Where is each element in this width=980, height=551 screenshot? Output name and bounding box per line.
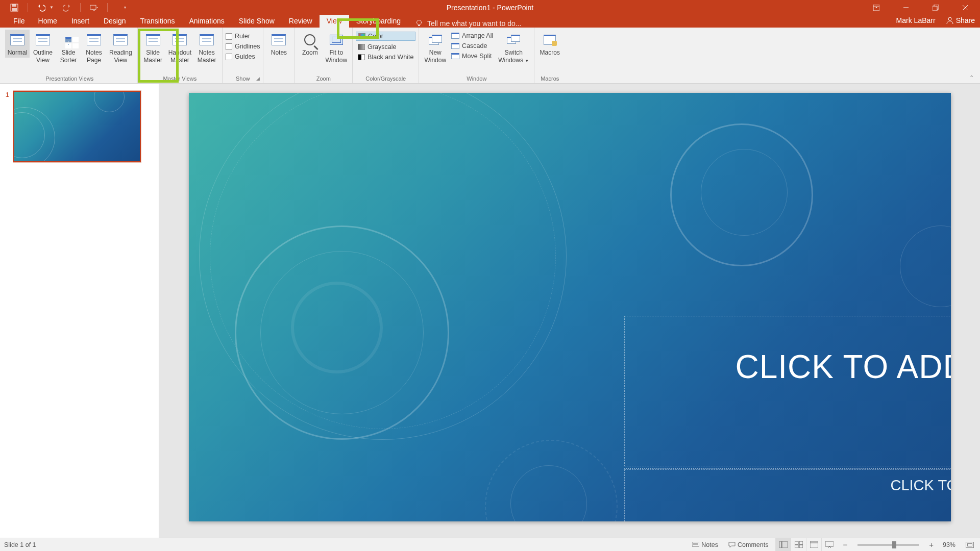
fit-to-window-button[interactable]: Fit to Window [323, 30, 349, 65]
notes-icon [692, 542, 699, 548]
tab-animations[interactable]: Animations [182, 15, 231, 28]
close-button[interactable] [950, 0, 980, 15]
zoom-out-button[interactable]: − [841, 540, 849, 549]
tab-file[interactable]: File [7, 15, 31, 28]
tab-home[interactable]: Home [31, 15, 64, 28]
group-notes: Notes [263, 28, 295, 83]
tab-insert[interactable]: Insert [64, 15, 96, 28]
tab-review[interactable]: Review [282, 15, 320, 28]
minimize-button[interactable] [891, 0, 921, 15]
tab-transitions[interactable]: Transitions [133, 15, 182, 28]
svg-rect-4 [873, 5, 879, 11]
group-label: Presentation Views [5, 74, 134, 83]
reading-view-icon[interactable] [806, 538, 821, 552]
notes-button[interactable]: Notes [266, 30, 291, 58]
undo-icon[interactable] [37, 4, 45, 12]
tab-slideshow[interactable]: Slide Show [232, 15, 282, 28]
slide-master-button[interactable]: Slide Master [141, 30, 165, 65]
group-label: Show◢ [226, 74, 260, 83]
ribbon: Normal Outline View Slide Sorter Notes P… [0, 28, 980, 84]
title-placeholder[interactable]: CLICK TO ADD TITLE [624, 316, 951, 466]
workspace: 1 CLICK TO ADD TITLE CLICK [0, 84, 980, 538]
group-label: Color/Grayscale [356, 74, 415, 83]
redo-icon[interactable] [63, 4, 71, 12]
group-zoom: Zoom Fit to Window Zoom [295, 28, 353, 83]
zoom-slider[interactable] [857, 544, 919, 546]
ruler-checkbox[interactable]: Ruler [226, 33, 260, 40]
svg-rect-14 [799, 545, 803, 548]
svg-rect-13 [795, 545, 798, 548]
restore-button[interactable] [921, 0, 950, 15]
handout-master-button[interactable]: Handout Master [166, 30, 193, 65]
group-color-grayscale: Color Grayscale Black and White Color/Gr… [353, 28, 419, 83]
tab-storyboarding[interactable]: Storyboarding [349, 15, 408, 28]
tell-me-placeholder: Tell me what you want to do... [427, 19, 521, 28]
black-and-white-button[interactable]: Black and White [356, 53, 415, 61]
new-window-button[interactable]: New Window [422, 30, 448, 65]
slide-thumbnail-1[interactable] [13, 91, 141, 162]
comments-toggle[interactable]: Comments [725, 541, 771, 548]
svg-rect-1 [12, 4, 16, 7]
outline-view-button[interactable]: Outline View [31, 30, 55, 65]
normal-view-icon[interactable] [775, 538, 791, 552]
cascade-button[interactable]: Cascade [449, 42, 495, 50]
notes-toggle[interactable]: Notes [689, 541, 721, 548]
slide-sorter-button[interactable]: Slide Sorter [56, 30, 81, 65]
zoom-button[interactable]: Zoom [298, 30, 322, 58]
share-button[interactable]: Share [946, 16, 975, 24]
qat-customize-icon[interactable]: ▾ [124, 5, 126, 10]
group-window: New Window Arrange All Cascade Move Spli… [419, 28, 534, 83]
notes-master-button[interactable]: Notes Master [194, 30, 219, 65]
svg-rect-12 [799, 541, 803, 544]
undo-dropdown-icon[interactable]: ▼ [50, 5, 54, 10]
chevron-down-icon: ▼ [525, 59, 529, 63]
normal-view-button[interactable]: Normal [5, 30, 30, 58]
comments-icon [728, 542, 736, 548]
group-label: Window [422, 74, 531, 83]
ribbon-display-options-icon[interactable] [862, 0, 891, 15]
reading-view-button[interactable]: Reading View [107, 30, 134, 65]
move-split-button[interactable]: Move Split [449, 52, 495, 60]
lightbulb-icon [415, 19, 423, 28]
user-name[interactable]: Mark LaBarr [896, 16, 936, 24]
svg-rect-9 [779, 541, 781, 548]
svg-point-7 [948, 17, 951, 20]
slide-sorter-view-icon[interactable] [791, 538, 806, 552]
menu-bar: File Home Insert Design Transitions Anim… [0, 15, 980, 28]
thumbnail-number: 1 [0, 91, 13, 162]
grayscale-button[interactable]: Grayscale [356, 43, 415, 51]
quick-access-toolbar: ▼ ▾ [0, 3, 126, 12]
placeholder-divider [624, 468, 951, 469]
guides-checkbox[interactable]: Guides [226, 53, 260, 60]
group-macros: Macros Macros [534, 28, 565, 83]
notes-page-button[interactable]: Notes Page [82, 30, 106, 65]
svg-rect-3 [90, 5, 96, 9]
group-master-views: Slide Master Handout Master Notes Master… [138, 28, 223, 83]
arrange-all-button[interactable]: Arrange All [449, 32, 495, 40]
zoom-percentage[interactable]: 93% [940, 541, 959, 548]
slide-counter[interactable]: Slide 1 of 1 [0, 541, 36, 548]
subtitle-placeholder[interactable]: CLICK TO ADD SUBTITLE [624, 469, 951, 521]
collapse-ribbon-icon[interactable]: ⌃ [969, 74, 974, 81]
share-icon [946, 16, 954, 24]
window-title: Presentation1 - PowerPoint [447, 4, 533, 12]
start-from-beginning-icon[interactable] [90, 4, 98, 12]
color-button[interactable]: Color [356, 32, 415, 41]
slide-canvas-area: CLICK TO ADD TITLE CLICK TO ADD SUBTITLE [159, 84, 980, 538]
tab-view[interactable]: View [320, 15, 349, 28]
switch-windows-button[interactable]: Switch Windows ▼ [496, 30, 531, 66]
title-bar: ▼ ▾ Presentation1 - PowerPoint [0, 0, 980, 15]
dialog-launcher-icon[interactable]: ◢ [256, 76, 260, 81]
fit-to-window-status-button[interactable] [963, 542, 977, 548]
subtitle-placeholder-text: CLICK TO ADD SUBTITLE [890, 477, 950, 494]
slide-show-view-icon[interactable] [821, 538, 837, 552]
save-icon[interactable] [10, 4, 18, 12]
macros-button[interactable]: Macros [537, 30, 562, 58]
view-buttons [775, 538, 837, 552]
fit-icon [966, 542, 974, 548]
zoom-in-button[interactable]: + [927, 540, 936, 549]
slide-canvas[interactable]: CLICK TO ADD TITLE CLICK TO ADD SUBTITLE [189, 93, 951, 521]
tab-design[interactable]: Design [96, 15, 133, 28]
tell-me-search[interactable]: Tell me what you want to do... [415, 19, 521, 28]
gridlines-checkbox[interactable]: Gridlines [226, 43, 260, 50]
